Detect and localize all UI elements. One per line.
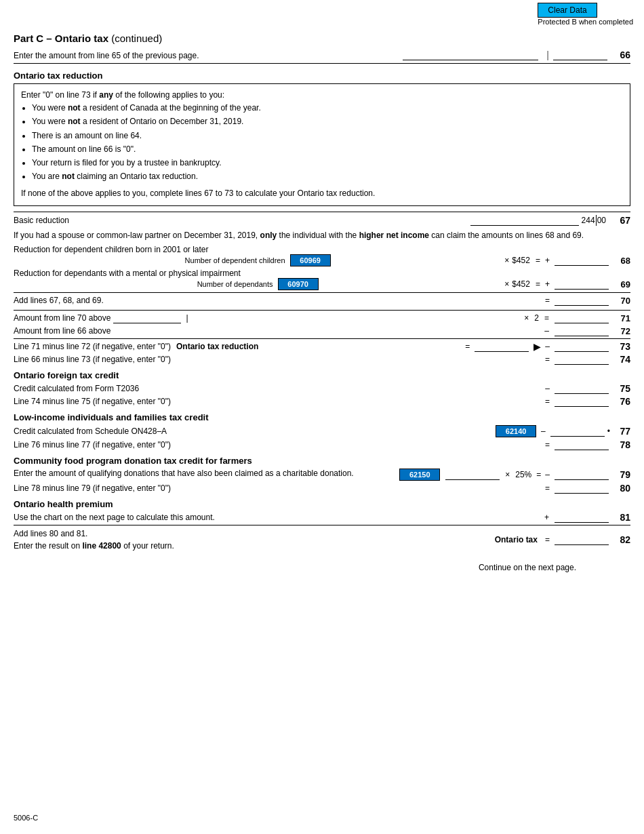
line-80-row: Line 78 minus line 79 (if negative, ente… [14,483,630,494]
info-bullet-2: You were not a resident of Ontario on De… [32,115,623,128]
continue-text: Continue on the next page. [14,563,630,572]
line-72-num: 72 [611,326,630,336]
line-80-label: Line 78 minus line 79 (if negative, ente… [14,483,543,493]
clear-data-button[interactable]: Clear Data [538,3,597,18]
line-71-row: Amount from line 70 above | × 2 = 71 [14,310,630,323]
line-79-mult: 25% [515,470,531,479]
line-77-code: 62140 [496,425,536,437]
line-68-sub: Number of dependent children [185,256,285,264]
otr-bold-label: Ontario tax reduction [176,342,258,351]
line-78-label: Line 76 minus line 77 (if negative, ente… [14,440,543,450]
line-67-label: Basic reduction [14,216,470,225]
line-68-code: 60969 [290,254,331,266]
line-82-row: Add lines 80 and 81. Enter the result on… [14,525,630,552]
line-82-label1: Add lines 80 and 81. [14,529,87,538]
line-79-num: 79 [611,469,630,480]
line-71-num: 71 [611,313,630,323]
line-79-label: Enter the amount of qualifying donations… [14,469,354,478]
line-71-mult: 2 [534,313,539,323]
low-income-section: Low-income individuals and families tax … [14,412,630,450]
line-82-bold: line 42800 [82,541,121,551]
oft-title: Ontario foreign tax credit [14,370,630,380]
line-68-mult: $452 [512,256,530,265]
info-bullet-4: The amount on line 66 is "0". [32,143,623,156]
info-bullet-5: Your return is filed for you by a truste… [32,157,623,170]
line-77-dash: – [539,426,548,436]
line-68-row: Reduction for dependent children born in… [14,245,630,266]
spouse-note: If you had a spouse or common-law partne… [14,230,630,241]
line-70-num: 70 [611,296,630,306]
line-81-num: 81 [611,512,630,523]
info-intro: Enter "0" on line 73 if any of the follo… [21,89,623,102]
line-81-label: Use the chart on the next page to calcul… [14,513,542,522]
community-food-section: Community food program donation tax cred… [14,456,630,494]
line-82-num: 82 [611,534,630,545]
line-68-num: 68 [611,256,630,266]
line-73-row: Line 71 minus line 72 (if negative, ente… [14,338,630,352]
line-67-row: Basic reduction 244 00 67 [14,212,630,226]
oh-title: Ontario health premium [14,499,630,509]
line-66-num: 66 [611,49,630,60]
line-69-code: 60970 [278,278,319,290]
line-69-mult: $452 [512,279,530,289]
line-75-row: Credit calculated from Form T2036 – 75 [14,383,630,394]
part-title: Part C – Ontario tax (continued) [14,33,630,44]
ontario-tax-reduction-section: Ontario tax reduction Enter "0" on line … [14,71,630,365]
line-82-end: of your return. [123,541,174,551]
line-66-row: Enter the amount from line 65 of the pre… [14,49,630,64]
info-bullet-6: You are not claiming an Ontario tax redu… [32,170,623,183]
line-69-row: Reduction for dependants with a mental o… [14,269,630,290]
line-67-cents: 00 [597,216,606,225]
line-68-x: × [502,256,512,265]
line-73-num: 73 [611,341,630,352]
line-76-row: Line 74 minus line 75 (if negative, ente… [14,396,630,407]
line-69-label: Reduction for dependants with a mental o… [14,269,630,278]
cf-title: Community food program donation tax cred… [14,456,630,466]
line-76-num: 76 [611,396,630,407]
protected-b-label: Protected B when completed [538,18,639,28]
li-title: Low-income individuals and families tax … [14,412,630,422]
line-69-num: 69 [611,279,630,290]
ontario-health-section: Ontario health premium Use the chart on … [14,499,630,552]
info-box: Enter "0" on line 73 if any of the follo… [14,83,630,206]
line-75-num: 75 [611,383,630,394]
line-78-num: 78 [611,439,630,450]
line-69-sub: Number of dependants [197,280,273,288]
line-75-label: Credit calculated from Form T2036 [14,384,543,393]
info-bullet-1: You were not a resident of Canada at the… [32,102,623,115]
line-77-num: 77 [611,426,630,437]
line-79-row: Enter the amount of qualifying donations… [14,469,630,481]
line-74-num: 74 [611,354,630,365]
line-74-row: Line 66 minus line 73 (if negative, ente… [14,354,630,365]
ontario-foreign-tax-section: Ontario foreign tax credit Credit calcul… [14,370,630,407]
line-68-label: Reduction for dependent children born in… [14,245,630,254]
line-76-label: Line 74 minus line 75 (if negative, ente… [14,397,543,406]
line-67-num: 67 [611,215,630,226]
line-71-label: Amount from line 70 above [14,313,110,323]
otr-title: Ontario tax reduction [14,71,630,81]
line-82-label2: Enter the result on [14,541,80,551]
line-77-dot: • [607,426,610,436]
info-note: If none of the above applies to you, com… [21,187,623,200]
line-67-value: 244 [582,216,595,225]
line-72-row: Amount from line 66 above – 72 [14,325,630,336]
line-66-label: Enter the amount from line 65 of the pre… [14,51,403,60]
ontario-tax-label: Ontario tax [495,535,538,544]
line-72-label: Amount from line 66 above [14,326,542,336]
line-73-label: Line 71 minus line 72 (if negative, ente… [14,342,171,351]
line-77-row: Credit calculated from Schedule ON428–A … [14,425,630,437]
line-80-num: 80 [611,483,630,494]
doc-number: 5006-C [14,814,38,822]
info-bullet-3: There is an amount on line 64. [32,130,623,142]
line-81-row: Use the chart on the next page to calcul… [14,512,630,523]
line-70-label: Add lines 67, 68, and 69. [14,296,543,305]
line-79-code: 62150 [399,469,440,481]
line-77-label: Credit calculated from Schedule ON428–A [14,426,496,436]
line-78-row: Line 76 minus line 77 (if negative, ente… [14,439,630,450]
line-74-label: Line 66 minus line 73 (if negative, ente… [14,355,543,364]
line-70-row: Add lines 67, 68, and 69. = 70 [14,292,630,306]
